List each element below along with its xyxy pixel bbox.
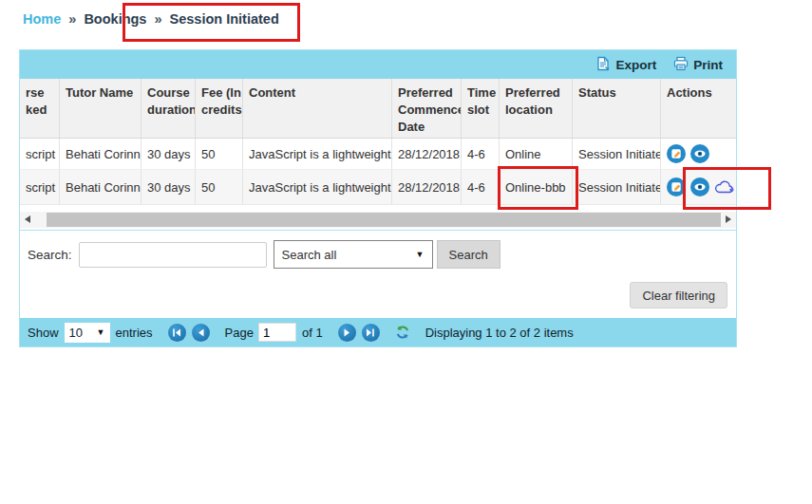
header-fee[interactable]: Fee (In credits) [196, 79, 243, 138]
printer-icon [673, 56, 689, 74]
scroll-left-icon[interactable] [25, 215, 30, 223]
search-input[interactable] [79, 242, 267, 268]
search-label: Search: [28, 248, 72, 262]
table-header-row: rse ked Tutor Name Course duration Fee (… [20, 79, 736, 139]
print-button[interactable]: Print [673, 56, 723, 74]
breadcrumb-home-link[interactable]: Home [23, 11, 61, 27]
annotation-box-actions [683, 167, 771, 210]
cell-tutor-name: Behati Corinn [60, 170, 142, 204]
eye-icon[interactable] [690, 144, 709, 163]
cell-time-slot: 4-6 [462, 139, 500, 169]
cell-course-booked: script [20, 139, 60, 169]
header-tutor-name[interactable]: Tutor Name [60, 79, 142, 138]
export-document-icon [595, 56, 611, 74]
cell-preferred-commence-date: 28/12/2018 [392, 170, 462, 204]
search-section: Search: Search all ▼ Search Clear filter… [20, 230, 736, 318]
breadcrumb-separator: » [68, 11, 76, 27]
show-label: Show [28, 326, 59, 340]
clear-filtering-button[interactable]: Clear filtering [630, 282, 727, 308]
chevron-down-icon: ▼ [97, 327, 105, 337]
annotation-box-preferred-location [498, 166, 578, 210]
table-toolbar: Export Print [20, 50, 736, 79]
print-label: Print [693, 58, 723, 72]
export-button[interactable]: Export [595, 56, 656, 74]
annotation-box-breadcrumb [123, 3, 300, 42]
cell-status: Session Initiated [573, 170, 661, 204]
cell-preferred-commence-date: 28/12/2018 [392, 139, 462, 169]
header-status[interactable]: Status [573, 79, 661, 138]
refresh-icon[interactable] [395, 325, 410, 340]
cell-content: JavaScript is a lightweight,... [243, 170, 392, 204]
cell-actions [661, 139, 735, 169]
cell-course-duration: 30 days [142, 139, 196, 169]
cell-preferred-location: Online [500, 139, 573, 169]
table-row: script Behati Corinn 30 days 50 JavaScri… [20, 139, 736, 170]
next-page-icon[interactable] [338, 324, 356, 342]
cell-status: Session Initiated [573, 139, 661, 169]
page-size-value: 10 [69, 326, 83, 340]
last-page-icon[interactable] [362, 324, 380, 342]
cell-tutor-name: Behati Corinn [60, 139, 142, 169]
header-preferred-commence-date[interactable]: Preferred Commence Date [392, 79, 462, 138]
cell-course-duration: 30 days [142, 170, 196, 204]
bookings-panel: Export Print rse ked Tutor Name Course [19, 49, 737, 347]
cell-fee: 50 [196, 170, 243, 204]
cell-fee: 50 [196, 139, 243, 169]
header-course-booked[interactable]: rse ked [20, 79, 60, 138]
cell-content: JavaScript is a lightweight,... [243, 139, 392, 169]
header-content[interactable]: Content [243, 79, 392, 138]
scroll-right-icon[interactable] [726, 215, 731, 223]
previous-page-icon[interactable] [192, 324, 210, 342]
search-button[interactable]: Search [437, 240, 500, 269]
page-count-label: of 1 [302, 326, 323, 340]
horizontal-scrollbar [20, 212, 736, 228]
header-course-duration[interactable]: Course duration [142, 79, 196, 138]
search-field-select[interactable]: Search all ▼ [274, 240, 433, 269]
header-preferred-location[interactable]: Preferred location [500, 79, 573, 138]
cell-time-slot: 4-6 [462, 170, 500, 204]
export-label: Export [615, 58, 656, 72]
search-field-value: Search all [282, 248, 337, 262]
first-page-icon[interactable] [168, 324, 186, 342]
cell-course-booked: script [20, 170, 60, 204]
header-time-slot[interactable]: Time slot [462, 79, 500, 138]
chevron-down-icon: ▼ [416, 250, 425, 259]
scrollbar-thumb[interactable] [47, 213, 721, 227]
table-row: script Behati Corinn 30 days 50 JavaScri… [20, 170, 736, 205]
page-size-select[interactable]: 10 ▼ [65, 323, 110, 343]
pagination-bar: Show 10 ▼ entries Page of 1 [20, 318, 736, 346]
header-actions: Actions [661, 79, 735, 138]
page-label: Page [225, 326, 254, 340]
displaying-status: Displaying 1 to 2 of 2 items [425, 326, 574, 340]
entries-label: entries [116, 326, 153, 340]
edit-icon[interactable] [667, 144, 686, 163]
page-number-input[interactable] [258, 323, 296, 342]
